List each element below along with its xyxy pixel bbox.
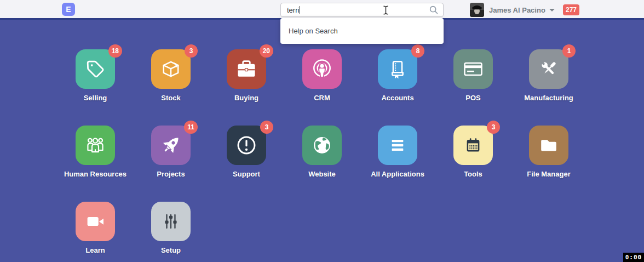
search-input[interactable]: terri [280,3,444,17]
app-label: Accounts [360,94,435,102]
mouse-cursor-ibeam [383,5,389,17]
app-badge: 1 [562,44,576,58]
screen-recorder-timer: 0:00 [623,253,644,262]
app-label: Projects [133,170,209,178]
search-value: terri [287,6,299,14]
app-label: Manufacturing [511,94,586,102]
app-label: Website [284,170,360,178]
app-label: Selling [58,94,133,102]
app-label: Tools [435,170,511,178]
menu-bars-icon [378,126,417,165]
app-grid: 18Selling3Stock20BuyingCRM8AccountsPOS1M… [58,20,586,262]
app-tile-tools[interactable]: 3Tools [435,126,511,202]
app-tile-file-manager[interactable]: File Manager [511,126,586,202]
app-tile-buying[interactable]: 20Buying [209,49,284,126]
app-tile-setup[interactable]: Setup [133,202,209,262]
app-label: Setup [133,246,209,254]
search-icon[interactable] [429,5,439,15]
app-label: CRM [284,94,360,102]
tag-icon: 18 [76,49,115,89]
app-badge: 8 [411,44,424,58]
sliders-icon [151,202,191,241]
app-tile-all-applications[interactable]: All Applications [360,126,435,202]
app-label: File Manager [511,170,586,178]
user-name: James Al Pacino [489,6,545,14]
app-badge: 11 [184,121,198,134]
rocket-icon: 11 [151,126,191,165]
app-badge: 18 [108,44,122,58]
broadcast-person-icon [302,49,342,89]
app-badge: 3 [260,121,273,134]
app-tile-accounts[interactable]: 8Accounts [360,49,435,126]
ledger-book-icon: 8 [378,49,417,89]
app-label: Learn [58,246,133,254]
app-tile-projects[interactable]: 11Projects [133,126,209,202]
globe-icon [302,126,342,165]
calendar-icon: 3 [453,126,493,165]
app-logo[interactable]: E [62,3,75,16]
app-tile-stock[interactable]: 3Stock [133,49,209,126]
app-label: Buying [209,94,284,102]
user-menu[interactable]: James Al Pacino [489,0,555,20]
search-dropdown-item-help[interactable]: Help on Search [280,20,444,42]
notification-count-badge[interactable]: 277 [563,4,579,15]
app-tile-support[interactable]: 3Support [209,126,284,202]
app-badge: 3 [185,44,198,58]
exclamation-circle-icon: 3 [227,126,266,165]
text-caret [300,6,300,14]
app-tile-pos[interactable]: POS [435,49,511,126]
app-badge: 20 [260,44,273,58]
credit-card-icon [453,49,493,89]
people-icon [76,126,115,165]
app-label: All Applications [360,170,435,178]
app-label: Human Resources [58,170,133,178]
app-label: POS [435,94,511,102]
app-tile-crm[interactable]: CRM [284,49,360,126]
folder-icon [529,126,568,165]
search-dropdown: Help on Search [280,18,444,44]
app-badge: 3 [487,121,500,134]
chevron-down-icon [549,9,555,12]
tools-crossed-icon: 1 [529,49,568,89]
navbar: E terri James Al Pacino 277 [0,0,644,20]
video-camera-icon [76,202,115,241]
user-avatar[interactable] [470,3,484,17]
app-label: Support [209,170,284,178]
app-tile-learn[interactable]: Learn [58,202,133,262]
app-tile-selling[interactable]: 18Selling [58,49,133,126]
app-tile-human-resources[interactable]: Human Resources [58,126,133,202]
app-tile-manufacturing[interactable]: 1Manufacturing [511,49,586,126]
briefcase-icon: 20 [227,49,266,89]
app-tile-website[interactable]: Website [284,126,360,202]
box-icon: 3 [151,49,191,89]
app-label: Stock [133,94,209,102]
